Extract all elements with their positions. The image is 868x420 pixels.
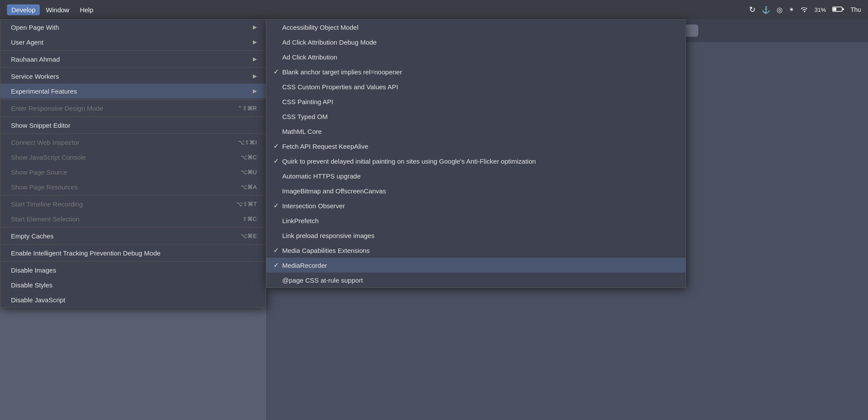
menu-show-page-resources: Show Page Resources ⌥⌘A: [0, 179, 266, 194]
exp-accessibility-object-model[interactable]: Accessibility Object Model: [266, 20, 686, 35]
system-time: Thu: [850, 6, 861, 13]
exp-mathml-core[interactable]: MathML Core: [266, 124, 686, 139]
divider-5: [0, 133, 266, 134]
exp-page-css-at-rule[interactable]: @page CSS at-rule support: [266, 273, 686, 287]
divider-8: [0, 244, 266, 245]
wifi-icon: [801, 6, 808, 14]
menubar-right: ↻ ⚓ ◎ ✴ 31% Thu: [749, 5, 861, 14]
submenu-arrow: ▶: [253, 56, 257, 62]
menubar-window[interactable]: Window: [42, 4, 74, 15]
battery-level: 31%: [815, 7, 826, 13]
menu-enter-responsive: Enter Responsive Design Mode ⌃⇧⌘R: [0, 101, 266, 116]
menu-rauhaan-ahmad[interactable]: Rauhaan Ahmad ▶: [0, 52, 266, 66]
exp-intersection-observer[interactable]: ✓ Intersection Observer: [266, 198, 686, 213]
exp-media-capabilities[interactable]: ✓ Media Capabilities Extensions: [266, 243, 686, 258]
bluetooth-icon: ✴: [789, 6, 794, 14]
exp-linkprefetch[interactable]: LinkPrefetch: [266, 213, 686, 228]
divider-2: [0, 67, 266, 68]
edge-icon: ◎: [777, 6, 783, 14]
exp-css-typed-om[interactable]: CSS Typed OM: [266, 109, 686, 124]
exp-css-custom-properties[interactable]: CSS Custom Properties and Values API: [266, 79, 686, 94]
menu-disable-styles[interactable]: Disable Styles: [0, 277, 266, 292]
menubar: Develop Window Help ↻ ⚓ ◎ ✴ 31% Thu: [0, 0, 868, 19]
divider-3: [0, 99, 266, 100]
menu-enable-itp-debug[interactable]: Enable Intelligent Tracking Prevention D…: [0, 245, 266, 260]
submenu-arrow: ▶: [253, 24, 257, 30]
submenu-arrow: ▶: [253, 88, 257, 94]
menubar-items: Develop Window Help: [7, 4, 98, 15]
menu-empty-caches[interactable]: Empty Caches ⌥⌘E: [0, 228, 266, 243]
submenu-arrow: ▶: [253, 73, 257, 79]
menu-connect-web-inspector: Connect Web Inspector ⌥⇧⌘I: [0, 135, 266, 150]
menu-experimental-features[interactable]: Experimental Features ▶: [0, 84, 266, 98]
menu-disable-images[interactable]: Disable Images: [0, 262, 266, 277]
battery-icon: [832, 6, 844, 14]
divider-6: [0, 195, 266, 196]
menu-show-page-source: Show Page Source ⌥⌘U: [0, 164, 266, 179]
svg-rect-1: [843, 8, 844, 10]
menu-show-snippet-editor[interactable]: Show Snippet Editor: [0, 118, 266, 133]
exp-ad-click-attribution[interactable]: Ad Click Attribution: [266, 49, 686, 64]
divider-1: [0, 50, 266, 51]
experimental-features-menu: Accessibility Object Model Ad Click Attr…: [266, 19, 686, 288]
menu-open-page-with[interactable]: Open Page With ▶: [0, 20, 266, 35]
exp-quirk-anti-flicker[interactable]: ✓ Quirk to prevent delayed initial paint…: [266, 154, 686, 168]
exp-imagebitmap-offscreen[interactable]: ImageBitmap and OffscreenCanvas: [266, 183, 686, 198]
divider-9: [0, 261, 266, 262]
menu-start-element-selection: Start Element Selection ⇧⌘C: [0, 211, 266, 226]
menubar-help[interactable]: Help: [75, 4, 98, 15]
develop-menu: Open Page With ▶ User Agent ▶ Rauhaan Ah…: [0, 19, 266, 308]
exp-automatic-https[interactable]: Automatic HTTPS upgrade: [266, 168, 686, 183]
exp-ad-click-attribution-debug[interactable]: Ad Click Attribution Debug Mode: [266, 35, 686, 49]
menubar-develop[interactable]: Develop: [7, 4, 40, 15]
exp-mediarecorder[interactable]: ✓ MediaRecorder: [266, 258, 686, 273]
menu-disable-javascript[interactable]: Disable JavaScript: [0, 292, 266, 307]
menu-user-agent[interactable]: User Agent ▶: [0, 35, 266, 49]
exp-css-painting-api[interactable]: CSS Painting API: [266, 94, 686, 109]
menu-service-workers[interactable]: Service Workers ▶: [0, 69, 266, 84]
menu-show-js-console: Show JavaScript Console ⌥⌘C: [0, 150, 266, 164]
exp-blank-anchor-target[interactable]: ✓ Blank anchor target implies rel=noopen…: [266, 64, 686, 79]
divider-4: [0, 116, 266, 117]
menu-start-timeline: Start Timeline Recording ⌥⇧⌘T: [0, 196, 266, 211]
divider-7: [0, 227, 266, 228]
exp-fetch-api-keepalive[interactable]: ✓ Fetch API Request KeepAlive: [266, 139, 686, 154]
submenu-arrow: ▶: [253, 39, 257, 45]
svg-rect-2: [833, 7, 836, 10]
exp-link-preload-responsive[interactable]: Link preload responsive images: [266, 228, 686, 243]
ship-icon: ⚓: [762, 6, 770, 14]
sync-icon: ↻: [749, 5, 756, 14]
